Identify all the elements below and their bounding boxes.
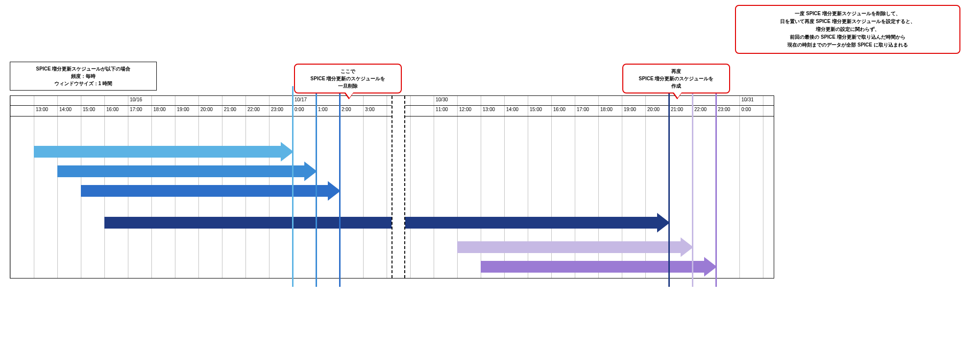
explanation-callout: 一度 SPICE 増分更新スケジュールを削除して、 日を置いて再度 SPICE … (735, 5, 960, 10)
